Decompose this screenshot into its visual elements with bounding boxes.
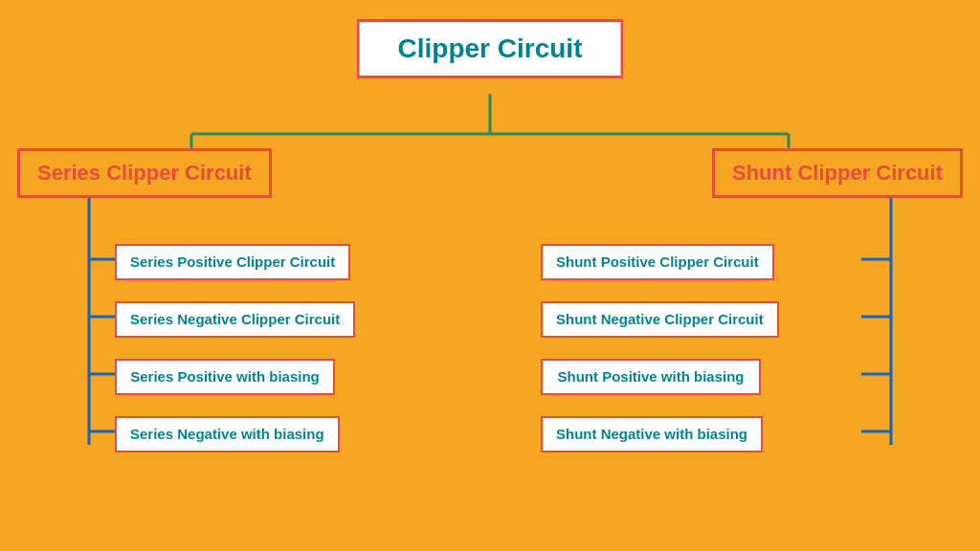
root-node: Clipper Circuit — [357, 19, 624, 78]
right-item-2: Shunt Negative Clipper Circuit — [541, 301, 779, 338]
left-item-1: Series Positive Clipper Circuit — [115, 244, 350, 280]
left-item-2: Series Negative Clipper Circuit — [115, 301, 355, 338]
left-item-2-label: Series Negative Clipper Circuit — [130, 311, 340, 327]
left-item-3: Series Positive with biasing — [115, 359, 335, 395]
right-item-1: Shunt Positive Clipper Circuit — [541, 244, 774, 280]
right-item-3: Shunt Positive with biasing — [541, 359, 761, 395]
diagram: Clipper Circuit Series Clipper Circuit S… — [0, 0, 980, 551]
right-item-4: Shunt Negative with biasing — [541, 416, 763, 452]
root-label: Clipper Circuit — [398, 33, 583, 63]
shunt-clipper-label: Shunt Clipper Circuit — [732, 161, 943, 185]
right-item-2-label: Shunt Negative Clipper Circuit — [556, 311, 764, 327]
right-item-1-label: Shunt Positive Clipper Circuit — [556, 253, 759, 270]
right-item-4-label: Shunt Negative with biasing — [556, 426, 747, 442]
left-item-1-label: Series Positive Clipper Circuit — [130, 253, 335, 270]
series-clipper-node: Series Clipper Circuit — [17, 148, 272, 198]
series-clipper-label: Series Clipper Circuit — [37, 161, 252, 185]
shunt-clipper-node: Shunt Clipper Circuit — [712, 148, 963, 198]
left-item-4-label: Series Negative with biasing — [130, 426, 324, 442]
left-item-4: Series Negative with biasing — [115, 416, 340, 452]
right-item-3-label: Shunt Positive with biasing — [557, 368, 744, 385]
left-item-3-label: Series Positive with biasing — [130, 368, 320, 385]
